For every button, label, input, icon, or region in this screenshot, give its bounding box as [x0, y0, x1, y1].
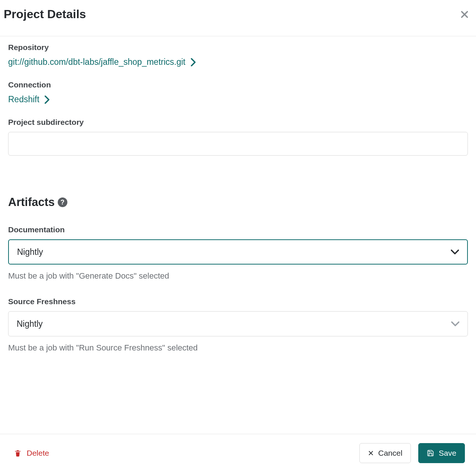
- subdirectory-label: Project subdirectory: [8, 118, 468, 127]
- connection-link[interactable]: Redshift: [8, 94, 468, 104]
- chevron-down-icon: [451, 321, 459, 326]
- cancel-button[interactable]: Cancel: [359, 443, 411, 463]
- cancel-label: Cancel: [378, 449, 402, 458]
- source-freshness-label: Source Freshness: [8, 297, 468, 306]
- save-label: Save: [439, 449, 456, 458]
- close-icon[interactable]: [460, 10, 472, 19]
- trash-icon: [14, 449, 21, 457]
- documentation-select[interactable]: Nightly: [8, 239, 468, 265]
- source-freshness-selected: Nightly: [17, 319, 43, 329]
- modal-footer: Delete Cancel Save: [0, 434, 476, 472]
- chevron-down-icon: [451, 249, 459, 255]
- close-icon: [368, 450, 374, 456]
- connection-name: Redshift: [8, 94, 39, 104]
- artifacts-heading-text: Artifacts: [8, 196, 55, 209]
- documentation-label: Documentation: [8, 225, 468, 234]
- connection-label: Connection: [8, 80, 468, 89]
- page-title: Project Details: [4, 7, 86, 21]
- repository-link[interactable]: git://github.com/dbt-labs/jaffle_shop_me…: [8, 57, 468, 67]
- repository-url: git://github.com/dbt-labs/jaffle_shop_me…: [8, 57, 185, 67]
- documentation-selected: Nightly: [17, 247, 43, 257]
- footer-actions: Cancel Save: [359, 443, 465, 463]
- documentation-helper: Must be a job with "Generate Docs" selec…: [8, 271, 468, 281]
- artifacts-heading: Artifacts ?: [8, 196, 468, 209]
- save-icon: [427, 449, 434, 457]
- help-icon[interactable]: ?: [58, 197, 67, 207]
- chevron-right-icon: [44, 96, 50, 104]
- modal-header: Project Details: [0, 0, 476, 36]
- source-freshness-select[interactable]: Nightly: [8, 311, 468, 336]
- save-button[interactable]: Save: [418, 443, 465, 463]
- delete-label: Delete: [27, 449, 49, 458]
- source-freshness-helper: Must be a job with "Run Source Freshness…: [8, 343, 468, 353]
- modal-content: Repository git://github.com/dbt-labs/jaf…: [0, 43, 476, 353]
- subdirectory-input[interactable]: [8, 132, 468, 156]
- chevron-right-icon: [191, 58, 196, 66]
- repository-label: Repository: [8, 43, 468, 52]
- delete-button[interactable]: Delete: [11, 446, 52, 461]
